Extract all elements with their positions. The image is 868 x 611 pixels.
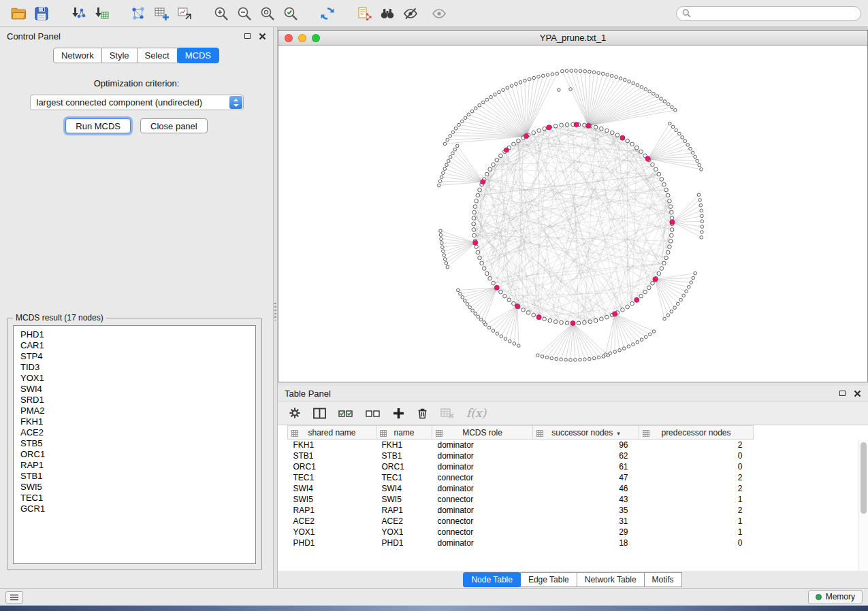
- mcds-result-item[interactable]: SWI5: [14, 482, 255, 493]
- node-table-row[interactable]: RAP1RAP1dominator352: [288, 505, 754, 516]
- mcds-result-item[interactable]: CAR1: [14, 340, 255, 351]
- close-panel-button[interactable]: Close panel: [140, 118, 208, 133]
- node-table-cell: SWI4: [376, 483, 432, 494]
- vertical-splitter[interactable]: [273, 27, 278, 588]
- node-table-row[interactable]: STB1STB1dominator620: [288, 450, 754, 461]
- tab-style[interactable]: Style: [101, 48, 138, 63]
- export-image-button[interactable]: [173, 3, 196, 24]
- node-table-row[interactable]: TEC1TEC1connector472: [288, 472, 754, 483]
- column-header-name[interactable]: name: [376, 426, 432, 440]
- window-close-button[interactable]: [285, 34, 293, 42]
- node-table-row[interactable]: YOX1YOX1connector291: [288, 527, 754, 538]
- node-table-row[interactable]: SWI4SWI4dominator462: [288, 483, 754, 494]
- delete-column-button[interactable]: [417, 407, 428, 419]
- splitter-handle[interactable]: [274, 303, 276, 320]
- import-network-button[interactable]: [67, 3, 90, 24]
- gear-button[interactable]: [289, 407, 301, 419]
- mcds-result-list[interactable]: PHD1CAR1STP4TID3YOX1SWI4SRD1PMA2FKH1ACE2…: [13, 325, 256, 564]
- mcds-result-item[interactable]: TID3: [14, 362, 255, 373]
- tab-motifs[interactable]: Motifs: [644, 572, 682, 587]
- node-table-row[interactable]: ACE2ACE2connector311: [288, 516, 754, 527]
- tab-node-table[interactable]: Node Table: [463, 572, 521, 587]
- delete-table-button[interactable]: [440, 408, 454, 418]
- node-table-row[interactable]: PHD1PHD1dominator180: [288, 538, 754, 548]
- node-table-cell: connector: [432, 494, 533, 505]
- mcds-result-item[interactable]: ORC1: [14, 449, 255, 460]
- zoom-fit-button[interactable]: [256, 3, 279, 24]
- search-icon: [682, 9, 691, 18]
- criterion-dropdown[interactable]: largest connected component (undirected): [30, 95, 244, 110]
- hide-details-button[interactable]: [399, 3, 422, 24]
- refresh-icon: [319, 5, 336, 22]
- mcds-result-item[interactable]: PMA2: [14, 406, 255, 416]
- tab-select[interactable]: Select: [137, 48, 178, 63]
- network-canvas[interactable]: [278, 46, 867, 382]
- column-header-shared-name[interactable]: shared name: [288, 426, 376, 440]
- column-header-mcds-role[interactable]: MCDS role: [432, 426, 533, 440]
- add-column-button[interactable]: [393, 408, 404, 419]
- list-icon: [10, 594, 19, 601]
- mcds-result-item[interactable]: ACE2: [14, 427, 255, 438]
- save-session-button[interactable]: [30, 3, 53, 24]
- mcds-result-item[interactable]: STB5: [14, 438, 255, 449]
- node-table-cell: ACE2: [288, 516, 376, 527]
- find-button[interactable]: [376, 3, 399, 24]
- zoom-out-button[interactable]: [233, 3, 256, 24]
- mcds-result-item[interactable]: FKH1: [14, 416, 255, 427]
- apply-layout-button[interactable]: [316, 3, 339, 24]
- node-table-row[interactable]: SWI5SWI5connector431: [288, 494, 754, 505]
- column-settings-button[interactable]: [313, 408, 326, 419]
- zoom-selected-button[interactable]: [279, 3, 302, 24]
- new-table-button[interactable]: [150, 3, 173, 24]
- mcds-buttons-row: Run MCDS Close panel: [0, 118, 273, 133]
- close-panel-icon[interactable]: [259, 33, 266, 40]
- chevron-down-icon[interactable]: ▾: [617, 430, 620, 437]
- mcds-result-item[interactable]: TEC1: [14, 493, 255, 503]
- deselect-all-button[interactable]: [366, 408, 381, 418]
- close-table-panel-icon[interactable]: [854, 390, 861, 397]
- run-mcds-button[interactable]: Run MCDS: [65, 118, 131, 133]
- window-minimize-button[interactable]: [298, 34, 306, 42]
- memory-button[interactable]: Memory: [808, 590, 863, 604]
- node-table-cell: 43: [533, 494, 639, 505]
- import-network-icon: [70, 5, 86, 22]
- new-network-button[interactable]: [127, 3, 150, 24]
- mcds-result-item[interactable]: YOX1: [14, 373, 255, 384]
- search-box[interactable]: [676, 6, 861, 21]
- column-grid-icon: [436, 429, 443, 439]
- mcds-result-item[interactable]: PHD1: [14, 329, 255, 340]
- tab-network[interactable]: Network: [53, 48, 102, 63]
- gear-icon: [289, 407, 301, 419]
- tab-network-table[interactable]: Network Table: [577, 572, 645, 587]
- search-input[interactable]: [695, 9, 855, 18]
- mcds-result-item[interactable]: STB1: [14, 471, 255, 482]
- float-panel-icon[interactable]: [244, 33, 251, 39]
- table-scrollbar-thumb[interactable]: [861, 442, 867, 514]
- mcds-result-item[interactable]: SWI4: [14, 384, 255, 395]
- tab-edge-table[interactable]: Edge Table: [520, 572, 577, 587]
- status-menu-button[interactable]: [5, 591, 23, 604]
- mcds-result-item[interactable]: STP4: [14, 351, 255, 362]
- column-header-successor-nodes[interactable]: successor nodes▾: [533, 426, 639, 440]
- node-table-row[interactable]: FKH1FKH1dominator962: [288, 440, 754, 450]
- open-session-button[interactable]: [7, 3, 30, 24]
- mcds-result-item[interactable]: SRD1: [14, 395, 255, 406]
- column-header-predecessor-nodes[interactable]: predecessor nodes: [639, 426, 754, 440]
- import-table-button[interactable]: [90, 3, 113, 24]
- tab-mcds[interactable]: MCDS: [177, 48, 219, 63]
- select-all-button[interactable]: [338, 408, 353, 418]
- show-details-button[interactable]: [428, 3, 451, 24]
- node-table-cell: 46: [533, 483, 639, 494]
- export-document-button[interactable]: [353, 3, 376, 24]
- node-table-cell: SWI4: [288, 483, 376, 494]
- node-table-row[interactable]: ORC1ORC1dominator610: [288, 461, 754, 472]
- column-label: successor nodes: [551, 428, 613, 437]
- table-scrollbar[interactable]: [858, 440, 868, 571]
- function-builder-button[interactable]: f(x): [466, 406, 486, 420]
- zoom-in-button[interactable]: [210, 3, 233, 24]
- window-zoom-button[interactable]: [312, 34, 320, 42]
- main-toolbar: [0, 0, 868, 27]
- mcds-result-item[interactable]: RAP1: [14, 460, 255, 471]
- mcds-result-item[interactable]: GCR1: [14, 503, 255, 514]
- float-table-panel-icon[interactable]: [839, 391, 846, 396]
